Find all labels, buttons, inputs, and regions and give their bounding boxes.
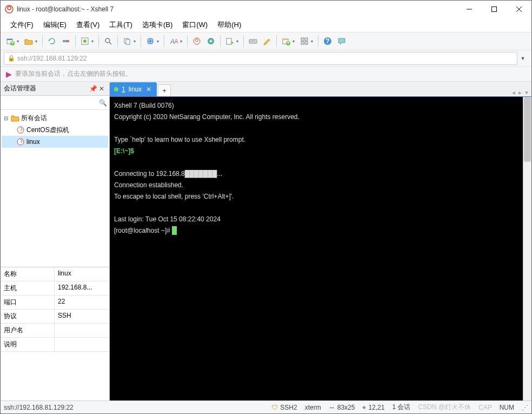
dropdown-icon[interactable]: ▾ bbox=[35, 39, 39, 44]
tree-item[interactable]: CentOS虚拟机 bbox=[2, 124, 108, 136]
new-session-icon[interactable]: + bbox=[4, 35, 17, 48]
toolbar: +▾ ▾ ▾ ▾ ▾ AA▾ ▾ +▾ ▾ ? bbox=[1, 32, 531, 50]
tab-add-button[interactable]: ＋ bbox=[158, 84, 171, 96]
resize-icon: ↔ bbox=[329, 404, 335, 411]
svg-rect-10 bbox=[66, 40, 69, 42]
tile-icon[interactable] bbox=[298, 35, 311, 48]
status-dot-icon bbox=[114, 87, 118, 91]
properties-icon[interactable] bbox=[78, 35, 91, 48]
dropdown-icon[interactable]: ▾ bbox=[236, 39, 241, 44]
prop-key: 名称 bbox=[1, 267, 55, 281]
status-size: ↔83x25 bbox=[329, 404, 355, 411]
status-pos: ⌖12,21 bbox=[362, 404, 384, 411]
tabstrip: 1 linux ✕ ＋ ◂ ▸ ▾ bbox=[110, 82, 531, 97]
svg-text:+: + bbox=[10, 39, 14, 45]
status-num: NUM bbox=[500, 404, 514, 411]
menu-tools[interactable]: 工具(T) bbox=[105, 18, 137, 31]
term-prompt: [E:\~]$ bbox=[114, 147, 134, 155]
dropdown-icon[interactable]: ▾ bbox=[91, 39, 96, 44]
dropdown-icon[interactable]: ▾ bbox=[311, 39, 315, 44]
svg-rect-33 bbox=[305, 38, 308, 41]
separator bbox=[220, 35, 221, 47]
keyboard-icon[interactable] bbox=[247, 35, 260, 48]
svg-text:?: ? bbox=[325, 37, 329, 45]
tree-item-label: linux bbox=[26, 138, 40, 146]
separator bbox=[187, 35, 188, 47]
copy-icon[interactable] bbox=[121, 35, 134, 48]
pin-icon[interactable]: 📌 bbox=[89, 85, 97, 93]
term-line: Connecting to 192.168.8███████... bbox=[114, 170, 222, 178]
tab-active[interactable]: 1 linux ✕ bbox=[110, 82, 157, 96]
menu-view[interactable]: 查看(V) bbox=[72, 18, 104, 31]
sidebar-search-input[interactable] bbox=[3, 97, 99, 108]
resize-grip-icon[interactable]: ⋰ bbox=[522, 404, 528, 411]
cursor bbox=[172, 226, 177, 235]
dropdown-icon[interactable]: ▾ bbox=[180, 39, 184, 44]
tree-item[interactable]: linux bbox=[2, 136, 108, 148]
separator bbox=[117, 35, 118, 47]
minimize-button[interactable] bbox=[457, 1, 482, 18]
flag-icon: ▶ bbox=[6, 70, 12, 78]
maximize-button[interactable] bbox=[482, 1, 507, 18]
new-window-icon[interactable]: + bbox=[280, 35, 292, 48]
tab-close-icon[interactable]: ✕ bbox=[145, 86, 152, 93]
tree-root-label: 所有会话 bbox=[21, 114, 47, 123]
dropdown-icon[interactable]: ▾ bbox=[157, 39, 161, 44]
help-icon[interactable]: ? bbox=[321, 35, 334, 48]
separator bbox=[276, 35, 277, 47]
dropdown-icon[interactable]: ▾ bbox=[134, 39, 138, 44]
chat-icon[interactable] bbox=[335, 35, 348, 48]
svg-rect-32 bbox=[301, 38, 304, 41]
xshell-icon[interactable] bbox=[190, 35, 203, 48]
status-cap: CAP bbox=[478, 404, 492, 411]
svg-point-13 bbox=[105, 38, 110, 43]
session-tree: ⊟ 所有会话 CentOS虚拟机 linux bbox=[1, 110, 109, 267]
address-text: ssh://192.168.81.129:22 bbox=[17, 55, 87, 62]
sidebar: 会话管理器 📌 ✕ 🔍 ⊟ 所有会话 CentOS虚拟机 linux bbox=[1, 82, 110, 400]
svg-rect-34 bbox=[301, 42, 304, 44]
address-input[interactable]: 🔒 ssh://192.168.81.129:22 bbox=[4, 52, 517, 65]
tab-menu-icon[interactable]: ▾ bbox=[524, 89, 529, 96]
sidebar-close-icon[interactable]: ✕ bbox=[97, 85, 106, 93]
prop-row: 协议SSH bbox=[1, 310, 109, 324]
highlight-icon[interactable] bbox=[261, 35, 274, 48]
collapse-icon[interactable]: ⊟ bbox=[3, 115, 9, 121]
close-button[interactable] bbox=[507, 1, 531, 18]
menu-edit[interactable]: 编辑(E) bbox=[39, 18, 71, 31]
address-dropdown-icon[interactable]: ▼ bbox=[517, 56, 528, 61]
terminal[interactable]: Xshell 7 (Build 0076) Copyright (c) 2020… bbox=[110, 97, 523, 400]
menu-window[interactable]: 窗口(W) bbox=[178, 18, 212, 31]
prop-value: SSH bbox=[55, 310, 109, 323]
globe-icon[interactable] bbox=[144, 35, 157, 48]
font-icon[interactable]: AA bbox=[167, 35, 180, 48]
dropdown-icon[interactable]: ▾ bbox=[17, 39, 21, 44]
tab-next-icon[interactable]: ▸ bbox=[517, 89, 523, 96]
svg-text:A: A bbox=[174, 38, 178, 45]
menu-tabs[interactable]: 选项卡(B) bbox=[138, 18, 177, 31]
menu-help[interactable]: 帮助(H) bbox=[213, 18, 245, 31]
xftp-icon[interactable] bbox=[204, 35, 217, 48]
menu-file[interactable]: 文件(F) bbox=[6, 18, 38, 31]
tab-prev-icon[interactable]: ◂ bbox=[511, 89, 516, 96]
dropdown-icon[interactable]: ▾ bbox=[292, 39, 297, 44]
cursor-pos-icon: ⌖ bbox=[362, 404, 366, 411]
window-title: linux - root@localhost:~ - Xshell 7 bbox=[17, 5, 457, 13]
search-icon[interactable]: 🔍 bbox=[99, 99, 107, 107]
terminal-scrollbar[interactable] bbox=[523, 97, 531, 400]
term-line: To escape to local shell, press 'Ctrl+Al… bbox=[114, 193, 234, 200]
file-transfer-icon[interactable] bbox=[223, 35, 236, 48]
scrollbar-thumb[interactable] bbox=[524, 97, 531, 162]
reconnect-icon[interactable] bbox=[45, 35, 58, 48]
prop-value: 192.168.8... bbox=[55, 281, 109, 295]
tree-root[interactable]: ⊟ 所有会话 bbox=[2, 112, 108, 124]
search-icon[interactable] bbox=[102, 35, 115, 48]
sidebar-header: 会话管理器 📌 ✕ bbox=[1, 82, 109, 96]
prop-key: 端口 bbox=[1, 295, 55, 309]
lock-icon: 🔒 bbox=[8, 55, 15, 62]
open-session-icon[interactable] bbox=[22, 35, 35, 48]
status-proto: 🛡SSH2 bbox=[271, 404, 297, 411]
tip-text: 要添加当前会话，点击左侧的箭头按钮。 bbox=[15, 69, 132, 78]
tip-bar: ▶ 要添加当前会话，点击左侧的箭头按钮。 bbox=[1, 67, 531, 82]
tab-label: linux bbox=[129, 86, 142, 93]
disconnect-icon[interactable] bbox=[59, 35, 72, 48]
